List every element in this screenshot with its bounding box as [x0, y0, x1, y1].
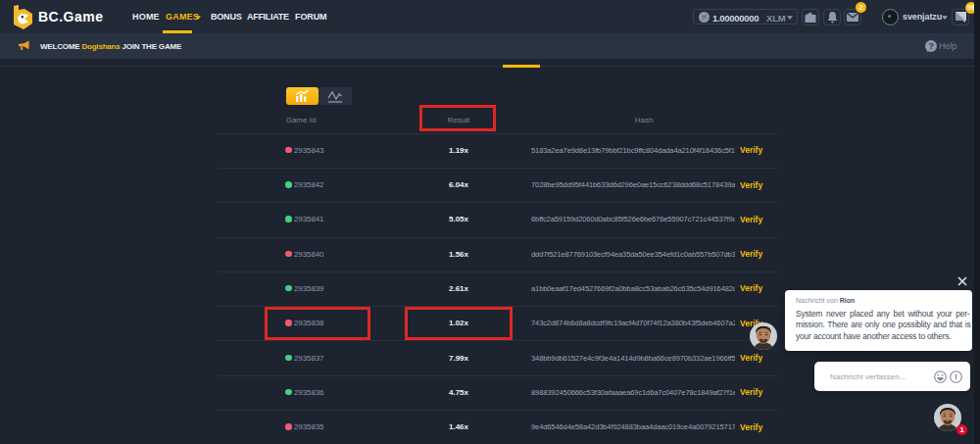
- svg-text:?: ?: [928, 41, 933, 51]
